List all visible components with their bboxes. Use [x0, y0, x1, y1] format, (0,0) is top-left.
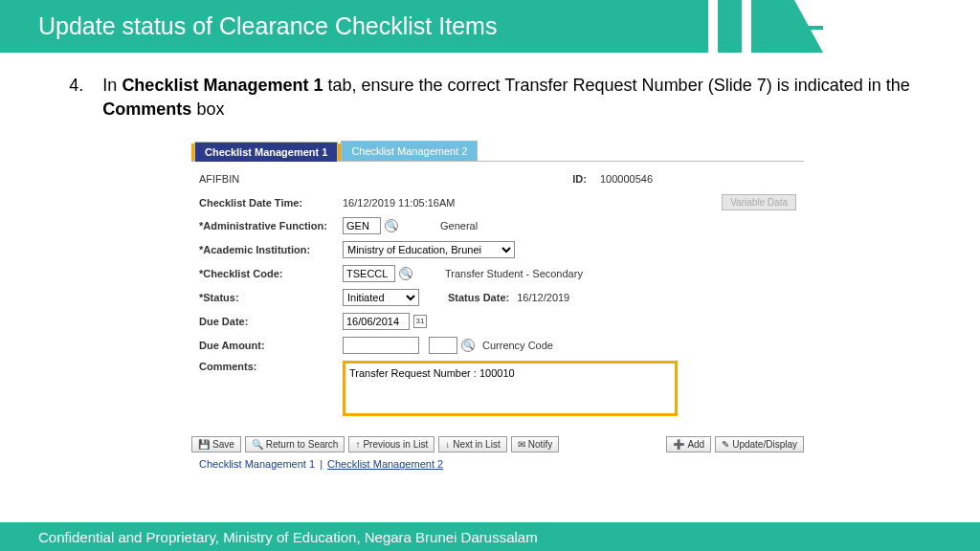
lookup-icon[interactable]: 🔍: [385, 219, 398, 232]
action-button-row: 💾Save 🔍Return to Search ↑Previous in Lis…: [191, 429, 804, 456]
status-select[interactable]: Initiated: [343, 289, 419, 306]
institution-label: *Academic Institution:: [199, 244, 343, 255]
link-checklist-mgmt-1[interactable]: Checklist Management 1: [199, 458, 315, 470]
app-screenshot: Checklist Management 1 Checklist Managem…: [191, 141, 804, 470]
institution-select[interactable]: Ministry of Education, Brunei: [343, 241, 515, 258]
currency-input[interactable]: [429, 337, 457, 354]
checklist-code-text: Transfer Student - Secondary: [445, 268, 583, 279]
checklist-code-label: *Checklist Code:: [199, 268, 343, 279]
page-title: Update status of Clearance Checklist Ite…: [0, 0, 708, 53]
previous-in-list-button[interactable]: ↑Previous in List: [348, 436, 434, 452]
comments-label: Comments:: [199, 361, 343, 372]
due-amount-label: Due Amount:: [199, 340, 343, 351]
checklist-datetime-label: Checklist Date Time:: [199, 197, 343, 209]
status-date-label: Status Date:: [448, 292, 509, 303]
return-to-search-button[interactable]: 🔍Return to Search: [245, 436, 345, 452]
form-body: AFIFBIN ID: 100000546 Checklist Date Tim…: [191, 162, 804, 429]
due-amount-input[interactable]: [343, 337, 419, 354]
calendar-icon[interactable]: 31: [413, 315, 427, 328]
save-button[interactable]: 💾Save: [191, 436, 241, 452]
link-checklist-mgmt-2[interactable]: Checklist Management 2: [327, 458, 443, 470]
header-decor: [708, 0, 823, 53]
title-header: Update status of Clearance Checklist Ite…: [0, 0, 980, 53]
tab-checklist-mgmt-2[interactable]: Checklist Management 2: [341, 141, 478, 161]
due-date-input[interactable]: [343, 313, 410, 330]
checklist-code-input[interactable]: [343, 265, 395, 282]
checklist-datetime-value: 16/12/2019 11:05:16AM: [343, 197, 455, 209]
id-label: ID:: [572, 173, 587, 185]
admin-function-input[interactable]: [343, 217, 381, 234]
add-button[interactable]: ➕Add: [666, 436, 711, 452]
notify-button[interactable]: ✉Notify: [511, 436, 560, 452]
next-in-list-button[interactable]: ↓Next in List: [438, 436, 506, 452]
footer-links: Checklist Management 1 | Checklist Manag…: [191, 456, 804, 470]
id-value: 100000546: [600, 173, 653, 185]
status-label: *Status:: [199, 292, 343, 303]
admin-function-label: *Administrative Function:: [199, 220, 343, 231]
person-name: AFIFBIN: [199, 173, 572, 185]
due-date-label: Due Date:: [199, 316, 343, 327]
instruction-step-4: 4. In Checklist Management 1 tab, ensure…: [67, 74, 913, 121]
content-area: 4. In Checklist Management 1 tab, ensure…: [0, 53, 980, 470]
variable-data-button[interactable]: Variable Data: [722, 194, 796, 210]
save-icon: 💾: [198, 439, 210, 450]
admin-function-text: General: [440, 220, 478, 231]
update-display-button[interactable]: ✎Update/Display: [715, 436, 804, 452]
tabs: Checklist Management 1 Checklist Managem…: [191, 141, 804, 162]
step-number: 4.: [67, 74, 83, 121]
arrow-up-icon: ↑: [355, 439, 360, 450]
tab-highlight: Checklist Management 1: [191, 143, 341, 161]
comments-textarea[interactable]: [343, 361, 678, 416]
search-icon: 🔍: [252, 439, 263, 450]
arrow-down-icon: ↓: [445, 439, 450, 450]
page-footer: Confidential and Proprietary, Ministry o…: [0, 522, 980, 551]
lookup-icon[interactable]: 🔍: [461, 339, 475, 352]
tab-checklist-mgmt-1[interactable]: Checklist Management 1: [194, 142, 338, 162]
add-icon: ➕: [673, 439, 684, 450]
status-date-value: 16/12/2019: [517, 292, 569, 303]
update-icon: ✎: [722, 439, 729, 450]
step-text: In Checklist Management 1 tab, ensure th…: [102, 74, 913, 121]
notify-icon: ✉: [518, 439, 525, 450]
lookup-icon[interactable]: 🔍: [399, 267, 412, 280]
footer-text: Confidential and Proprietary, Ministry o…: [38, 529, 538, 545]
currency-label: Currency Code: [482, 340, 553, 351]
